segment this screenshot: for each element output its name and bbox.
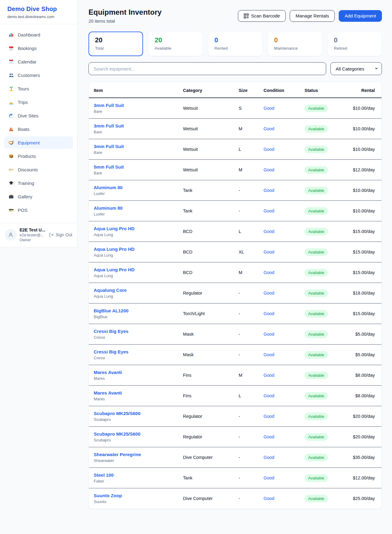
sidebar-item-discounts[interactable]: Discounts [4, 163, 73, 176]
user-name: E2E Test U... [20, 227, 46, 232]
item-link[interactable]: Scubapro MK25/S600 [94, 411, 173, 416]
sidebar-item-equipment[interactable]: Equipment [4, 136, 73, 149]
condition-link[interactable]: Good [263, 167, 274, 172]
stats-row: 20Total20Available0Rented0Maintenance0Re… [89, 32, 382, 56]
condition-link[interactable]: Good [263, 475, 274, 480]
condition-link[interactable]: Good [263, 352, 274, 357]
item-link[interactable]: Aqua Lung Pro HD [94, 226, 173, 231]
size-cell: - [234, 324, 258, 345]
size-cell: M [234, 365, 258, 386]
condition-link[interactable]: Good [263, 147, 274, 152]
sidebar-item-trips[interactable]: Trips [4, 96, 73, 108]
item-link[interactable]: Steel 100 [94, 472, 173, 478]
stat-card-maintenance[interactable]: 0Maintenance [268, 32, 322, 56]
condition-cell: Good [258, 386, 300, 406]
stat-value: 20 [95, 36, 137, 44]
stat-card-retired[interactable]: 0Retired [327, 32, 382, 56]
status-badge: Available [304, 454, 328, 461]
search-input[interactable] [89, 62, 326, 75]
rental-cell: $15.00/day [346, 262, 382, 283]
condition-link[interactable]: Good [263, 106, 274, 111]
table-row: Aqua Lung Pro HDAqua LungBCDXLGoodAvaila… [89, 242, 382, 262]
add-equipment-button[interactable]: Add Equipment [339, 10, 382, 22]
sidebar-item-bookings[interactable]: 17Bookings [4, 42, 73, 54]
item-link[interactable]: 3mm Full Suit [94, 103, 173, 108]
rental-cell: $15.00/day [346, 303, 382, 324]
rental-cell: $10.00/day [346, 139, 382, 160]
rental-cell: $8.00/day [346, 386, 382, 406]
brand-link[interactable]: Demo Dive Shop [7, 6, 70, 13]
item-link[interactable]: 3mm Full Suit [94, 123, 173, 128]
status-cell: Available [300, 262, 346, 283]
condition-link[interactable]: Good [263, 291, 274, 296]
condition-cell: Good [258, 427, 300, 447]
sidebar-item-gallery[interactable]: Gallery [4, 190, 73, 203]
condition-link[interactable]: Good [263, 188, 274, 193]
item-link[interactable]: Cressi Big Eyes [94, 329, 173, 334]
table-row: Steel 100FaberTank-GoodAvailable$12.00/d… [89, 468, 382, 488]
sidebar-item-pos[interactable]: POS [4, 204, 73, 216]
rental-cell: $5.00/day [346, 345, 382, 365]
stat-card-rented[interactable]: 0Rented [208, 32, 262, 56]
sidebar-item-calendar[interactable]: Calendar [4, 55, 73, 68]
sidebar-item-tours[interactable]: Tours [4, 82, 73, 95]
item-link[interactable]: Cressi Big Eyes [94, 349, 173, 354]
condition-link[interactable]: Good [263, 126, 274, 131]
table-header-row: ItemCategorySizeConditionStatusRental [89, 82, 382, 98]
condition-link[interactable]: Good [263, 270, 274, 275]
item-link[interactable]: BigBlue AL1200 [94, 308, 173, 313]
sidebar-item-label: Discounts [18, 167, 38, 172]
status-badge: Available [304, 474, 328, 482]
stat-card-available[interactable]: 20Available [148, 32, 203, 56]
item-link[interactable]: Aqua Lung Pro HD [94, 267, 173, 272]
sidebar-item-training[interactable]: Training [4, 177, 73, 189]
item-link[interactable]: Aluminum 80 [94, 185, 173, 190]
category-cell: Wetsuit [178, 139, 234, 160]
sidebar-item-dashboard[interactable]: Dashboard [4, 29, 73, 41]
sign-out-button[interactable]: Sign Out [49, 232, 72, 237]
item-brand: Shearwater [94, 458, 173, 463]
category-cell: Torch/Light [178, 303, 234, 324]
item-link[interactable]: 5mm Full Suit [94, 164, 173, 170]
rental-cell: $20.00/day [346, 406, 382, 427]
item-brand: BigBlue [94, 315, 173, 319]
condition-link[interactable]: Good [263, 373, 274, 378]
sidebar-item-dive-sites[interactable]: Dive Sites [4, 109, 73, 122]
item-link[interactable]: Mares Avanti [94, 370, 173, 375]
sidebar-item-customers[interactable]: Customers [4, 69, 73, 81]
condition-link[interactable]: Good [263, 414, 274, 419]
item-cell: 3mm Full SuitBare [89, 139, 178, 160]
stat-card-total[interactable]: 20Total [89, 32, 143, 56]
table-row: Shearwater PeregrineShearwaterDive Compu… [89, 447, 382, 468]
item-link[interactable]: Aluminum 80 [94, 205, 173, 211]
condition-link[interactable]: Good [263, 208, 274, 213]
sailboat-icon [9, 127, 14, 132]
item-cell: 5mm Full SuitBare [89, 160, 178, 180]
item-link[interactable]: Shearwater Peregrine [94, 452, 173, 457]
rental-cell: $10.00/day [346, 119, 382, 139]
stat-label: Maintenance [274, 46, 316, 51]
condition-link[interactable]: Good [263, 434, 274, 439]
sidebar-item-products[interactable]: Products [4, 150, 73, 162]
item-link[interactable]: Aqualung Core [94, 288, 173, 293]
condition-link[interactable]: Good [263, 455, 274, 460]
sidebar-item-boats[interactable]: Boats [4, 123, 73, 135]
condition-link[interactable]: Good [263, 250, 274, 254]
item-cell: Steel 100Faber [89, 468, 178, 488]
item-link[interactable]: Mares Avanti [94, 390, 173, 395]
item-link[interactable]: 3mm Full Suit [94, 144, 173, 149]
item-link[interactable]: Suunto Zoop [94, 493, 173, 498]
condition-link[interactable]: Good [263, 496, 274, 501]
condition-link[interactable]: Good [263, 229, 274, 234]
manage-rentals-button[interactable]: Manage Rentals [290, 10, 335, 22]
size-cell: L [234, 139, 258, 160]
item-brand: Cressi [94, 356, 173, 360]
status-cell: Available [300, 365, 346, 386]
condition-link[interactable]: Good [263, 393, 274, 398]
condition-link[interactable]: Good [263, 311, 274, 316]
item-link[interactable]: Scubapro MK25/S600 [94, 431, 173, 437]
condition-link[interactable]: Good [263, 332, 274, 337]
item-link[interactable]: Aqua Lung Pro HD [94, 246, 173, 252]
category-select[interactable]: All Categories [330, 62, 382, 75]
scan-barcode-button[interactable]: Scan Barcode [238, 10, 286, 22]
